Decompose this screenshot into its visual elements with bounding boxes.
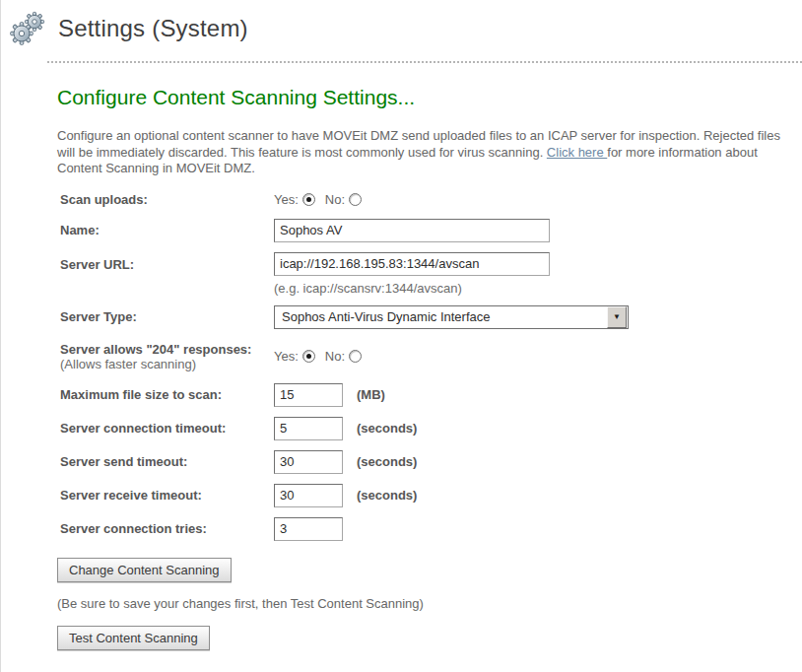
send-timeout-row: Server send timeout: (seconds)	[60, 450, 802, 474]
conn-timeout-label: Server connection timeout:	[60, 421, 274, 436]
settings-system-page: Settings (System) Configure Content Scan…	[0, 0, 802, 672]
server-url-hint: (e.g. icap://scansrv:1344/avscan)	[274, 281, 550, 296]
name-input[interactable]	[274, 219, 550, 242]
server-type-select[interactable]: Sophos Anti-Virus Dynamic Interface ▼	[274, 305, 629, 329]
scan-uploads-radio-group: Yes: No:	[274, 192, 362, 207]
no-label: No:	[325, 349, 345, 364]
server-type-selected-value: Sophos Anti-Virus Dynamic Interface	[275, 309, 606, 324]
dotted-divider	[47, 61, 802, 63]
server-type-label: Server Type:	[60, 309, 274, 324]
change-content-scanning-button[interactable]: Change Content Scanning	[57, 558, 232, 582]
yes-label: Yes:	[274, 192, 299, 207]
max-file-size-input[interactable]	[274, 383, 343, 407]
recv-timeout-label: Server receive timeout:	[60, 488, 274, 503]
allows-204-radio-group: Yes: No:	[274, 349, 362, 364]
actions-section: Change Content Scanning (Be sure to save…	[57, 558, 802, 650]
scan-uploads-row: Scan uploads: Yes: No:	[60, 192, 802, 207]
name-row: Name:	[60, 219, 802, 242]
save-first-note: (Be sure to save your changes first, the…	[57, 596, 802, 611]
allows-204-sublabel: (Allows faster scanning)	[60, 357, 274, 371]
server-url-row: Server URL: (e.g. icap://scansrv:1344/av…	[60, 252, 802, 296]
intro-paragraph: Configure an optional content scanner to…	[57, 128, 794, 177]
conn-timeout-row: Server connection timeout: (seconds)	[60, 417, 802, 440]
conn-timeout-input[interactable]	[274, 417, 343, 440]
send-timeout-label: Server send timeout:	[60, 454, 274, 469]
chevron-down-icon[interactable]: ▼	[607, 306, 627, 328]
section-heading: Configure Content Scanning Settings...	[57, 86, 802, 109]
send-timeout-input[interactable]	[274, 450, 343, 474]
allows-204-label: Server allows "204" responses: (Allows f…	[60, 342, 274, 371]
gears-icon	[9, 10, 46, 47]
conn-timeout-unit: (seconds)	[357, 421, 417, 436]
max-file-size-row: Maximum file size to scan: (MB)	[60, 383, 802, 407]
recv-timeout-row: Server receive timeout: (seconds)	[60, 484, 802, 507]
page-title: Settings (System)	[58, 15, 248, 42]
test-content-scanning-button[interactable]: Test Content Scanning	[57, 626, 210, 650]
allows-204-yes-radio[interactable]	[302, 350, 315, 363]
allows-204-row: Server allows "204" responses: (Allows f…	[60, 342, 802, 371]
server-url-control: (e.g. icap://scansrv:1344/avscan)	[274, 252, 550, 296]
no-label: No:	[325, 192, 345, 207]
conn-tries-input[interactable]	[274, 517, 343, 541]
allows-204-no-radio[interactable]	[349, 350, 362, 363]
yes-label: Yes:	[274, 349, 299, 364]
max-file-size-unit: (MB)	[357, 387, 385, 402]
server-url-label: Server URL:	[60, 252, 274, 272]
scan-uploads-label: Scan uploads:	[60, 192, 274, 207]
send-timeout-unit: (seconds)	[357, 454, 417, 469]
recv-timeout-unit: (seconds)	[357, 488, 417, 503]
recv-timeout-input[interactable]	[274, 484, 343, 507]
click-here-link[interactable]: Click here	[547, 145, 607, 160]
max-file-size-label: Maximum file size to scan:	[60, 387, 274, 402]
conn-tries-row: Server connection tries:	[60, 517, 802, 541]
page-header: Settings (System)	[1, 0, 802, 47]
name-label: Name:	[60, 223, 274, 237]
conn-tries-label: Server connection tries:	[60, 521, 274, 536]
scan-uploads-yes-radio[interactable]	[302, 193, 315, 206]
server-type-row: Server Type: Sophos Anti-Virus Dynamic I…	[60, 305, 802, 329]
content-scanning-form: Scan uploads: Yes: No: Name: Server URL:…	[60, 192, 802, 541]
server-url-input[interactable]	[274, 252, 550, 276]
allows-204-label-main: Server allows "204" responses:	[60, 342, 251, 357]
scan-uploads-no-radio[interactable]	[349, 193, 362, 206]
